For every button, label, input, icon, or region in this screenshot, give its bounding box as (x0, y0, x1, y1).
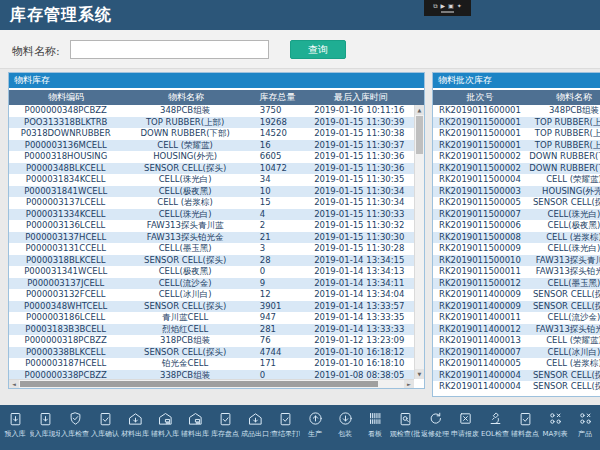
table-row[interactable]: RK2019011500004CELL (荣耀蓝) (433, 174, 600, 186)
toolbar-item-label: 入库确认 (91, 429, 119, 439)
toolbar-item[interactable]: 检查结果打印 (270, 405, 300, 450)
table-row[interactable]: P000003137JCELLCELL(流沙金)92019-01-14 13:3… (9, 278, 414, 290)
table-row[interactable]: RK2019011500007CELL(珠光白) (433, 209, 600, 221)
table-row[interactable]: P000003136LCELLFAW313探头青川蓝22019-01-15 11… (9, 220, 414, 232)
share-icon[interactable]: ⧉ (433, 2, 437, 9)
horizontal-scrollbar[interactable]: ◄ ► (9, 379, 414, 388)
toolbar-item[interactable]: EOL检查 (480, 405, 510, 450)
table-row[interactable]: RK2019011400012FAW313探头铂光金 (433, 324, 600, 336)
table-row[interactable]: P000003186LCELL青川蓝CELL9472019-01-14 13:3… (9, 312, 414, 324)
toolbar-item[interactable]: 成品出口 (240, 405, 270, 450)
cell: 9 (248, 278, 305, 290)
cell: POO313318BLKTRB (9, 117, 122, 129)
toolbar-item[interactable]: 入库确认 (90, 405, 120, 450)
table-row[interactable]: P0318DOWNRUBBERDOWN RUBBER(下部)145202019-… (9, 128, 414, 140)
table-row[interactable]: RK2019011500003HOUSING(外壳) (433, 186, 600, 198)
table-row[interactable]: P0000338BLKCELLSENSOR CELL(探头)47442019-0… (9, 347, 414, 359)
table-row[interactable]: RK2019011400004SENSOR CELL(探头) (433, 381, 600, 393)
table-row[interactable]: P000031841WCELLCELL(极夜黑)102019-01-15 11:… (9, 186, 414, 198)
cell: P000000348PCBZZ (9, 105, 122, 117)
toolbar-item[interactable]: 外观检查(批量 (390, 405, 420, 450)
table-row[interactable]: RK2019011500001TOP RUBBER(上部) (433, 128, 600, 140)
toolbar-item[interactable]: 包装 (330, 405, 360, 450)
scrollbar-thumb[interactable] (416, 116, 423, 154)
toolbar-item[interactable]: 看板 (360, 405, 390, 450)
toolbar-item[interactable]: 返修处理 (420, 405, 450, 450)
cell: RK2019011500007 (433, 209, 527, 221)
table-row[interactable]: P000000318PCBZZ318PCB组装762019-01-12 13:2… (9, 335, 414, 347)
table-row[interactable]: RK2019011500010FAW313探头青川蓝 (433, 255, 600, 267)
toolbar-item-label: 材料出库 (121, 429, 149, 439)
table-row[interactable]: RK2019011400009SENSOR CELL(探头) (433, 301, 600, 313)
toolbar-item[interactable]: 辅料出库 (180, 405, 210, 450)
table-row[interactable]: RK2019011500008CELL (岩浆棕) (433, 232, 600, 244)
play-icon[interactable]: ▶ (440, 2, 445, 9)
table-row[interactable]: P000003137HCELLFAW313探头铂光金212019-01-15 1… (9, 232, 414, 244)
table-row[interactable]: P0000318HOUSINGHOUSING(外壳)66052019-01-15… (9, 151, 414, 163)
table-row[interactable]: RK2019011400011CELL(流沙金) (433, 312, 600, 324)
cell: 2019-01-10 16:18:12 (305, 347, 414, 359)
cell: P000003132FCELL (9, 289, 122, 301)
material-name-input[interactable] (70, 40, 269, 59)
toolbar-item[interactable]: 辅料入库 (150, 405, 180, 450)
cell: 2019-01-14 13:33:57 (305, 301, 414, 313)
table-row[interactable]: P000003187HCELL铂光金CELL1712019-01-10 16:1… (9, 358, 414, 370)
table-row[interactable]: RK2019011600001348PCB组装 (433, 105, 600, 117)
table-row[interactable]: P0000348BLKCELLSENSOR CELL(探头)104722019-… (9, 163, 414, 175)
table-row[interactable]: RK2019011400007CELL(冰川白) (433, 347, 600, 359)
table-row[interactable]: P000003136MCELLCELL (荣耀蓝)162019-01-15 11… (9, 140, 414, 152)
toolbar-item[interactable]: MA列表 (540, 405, 570, 450)
toolbar-item[interactable]: 入库检查 (60, 405, 90, 450)
scroll-up-button[interactable]: ▲ (415, 105, 424, 115)
cell: 76 (248, 335, 305, 347)
scroll-left-button[interactable]: ◄ (9, 380, 19, 388)
table-row[interactable]: P000003132FCELLCELL(冰川白)122019-01-14 13:… (9, 289, 414, 301)
table-row[interactable]: P000031341WCELLCELL(极夜黑)02019-01-14 13:3… (9, 266, 414, 278)
toolbar-item[interactable]: 材料出库 (120, 405, 150, 450)
table-row[interactable]: P0000318BLKCELLSENSOR CELL(探头)282019-01-… (9, 255, 414, 267)
cursor-icon[interactable]: ✦ (457, 2, 462, 9)
table-row[interactable]: P000031834KCELLCELL(珠光白)342019-01-15 11:… (9, 174, 414, 186)
window-icon[interactable]: ▣ (448, 2, 454, 9)
toolbar-item[interactable]: 产品 (570, 405, 600, 450)
table-row[interactable]: P0003183B3BCELL烈焰红CELL2812019-01-14 13:3… (9, 324, 414, 336)
table-row[interactable]: RK2019011500012CELL(墨玉黑) (433, 278, 600, 290)
table-row[interactable]: RK2019011500002DOWN RUBBER(下部) (433, 151, 600, 163)
cell: P000003186LCELL (9, 312, 122, 324)
vertical-scrollbar[interactable]: ▲ ▼ (414, 105, 424, 379)
table-row[interactable]: P000003131CCELLCELL(墨玉黑)32019-01-15 11:3… (9, 243, 414, 255)
table-row[interactable]: RK2019011400009SENSOR CELL(探头) (433, 289, 600, 301)
table-row[interactable]: RK2019011500006CELL(极夜黑) (433, 220, 600, 232)
cell: 318PCB组装 (122, 335, 247, 347)
table-row[interactable]: RK2019011500001TOP RUBBER(上部) (433, 117, 600, 129)
table-row[interactable]: RK2019011400004SENSOR CELL(探头) (433, 370, 600, 382)
cell: 4 (248, 209, 305, 221)
table-row[interactable]: P0000348WHTCELLSENSOR CELL(探头)39012019-0… (9, 301, 414, 313)
cell: 2019-01-14 13:33:33 (305, 324, 414, 336)
toolbar-item[interactable]: 申请报废 (450, 405, 480, 450)
cell: 烈焰红CELL (122, 324, 247, 336)
table-row[interactable]: RK2019011500001TOP RUBBER(上部) (433, 140, 600, 152)
toolbar-item[interactable]: 预入库 (0, 405, 30, 450)
table-row[interactable]: RK2019011500009CELL(珠光白) (433, 243, 600, 255)
table-row[interactable]: RK2019011500005SENSOR CELL(探头) (433, 197, 600, 209)
scroll-right-button[interactable]: ► (404, 380, 414, 388)
table-row[interactable]: RK2019011500002DOWN RUBBER(下部) (433, 163, 600, 175)
screen-recorder-overlay[interactable]: ⧉ ▶ ▣ ✦ (424, 0, 471, 16)
toolbar-item[interactable]: 生产 (300, 405, 330, 450)
toolbar-item[interactable]: 库存盘点 (210, 405, 240, 450)
scrollbar-thumb[interactable] (20, 381, 378, 387)
table-row[interactable]: P000003137LCELLCELL (岩浆棕)152019-01-15 11… (9, 197, 414, 209)
cell: CELL (荣耀蓝) (122, 140, 247, 152)
table-row[interactable]: POO313318BLKTRBTOP RUBBER(上部)192682019-0… (9, 117, 414, 129)
toolbar-item[interactable]: 预入库现场 (30, 405, 60, 450)
table-row[interactable]: RK2019011400005CELL (岩浆棕) (433, 358, 600, 370)
query-button[interactable]: 查询 (290, 40, 346, 59)
table-row[interactable]: P000031334KCELLCELL(珠光白)42019-01-15 11:3… (9, 209, 414, 221)
table-row[interactable]: RK2019011500011FAW313探头铂光金 (433, 266, 600, 278)
scroll-down-button[interactable]: ▼ (415, 369, 424, 379)
table-row[interactable]: P000000348PCBZZ348PCB组装37502019-01-16 10… (9, 105, 414, 117)
toolbar-item[interactable]: 辅料盘点 (510, 405, 540, 450)
table-row[interactable]: RK2019011400013CELL (荣耀蓝) (433, 335, 600, 347)
cell: P000003136MCELL (9, 140, 122, 152)
